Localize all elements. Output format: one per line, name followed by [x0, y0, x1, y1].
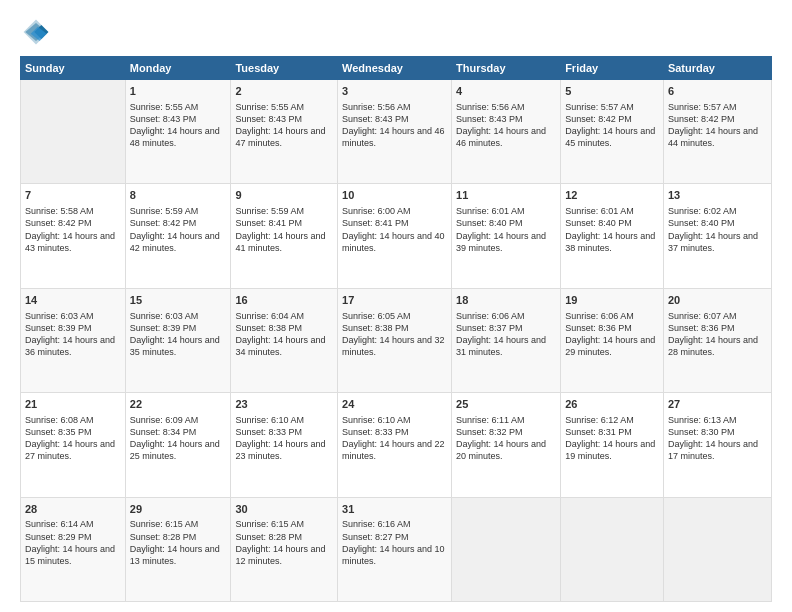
sunrise-label: Sunrise: 6:10 AM — [235, 415, 304, 425]
header-cell-friday: Friday — [561, 57, 664, 80]
daylight-label: Daylight: 14 hours and 46 minutes. — [342, 126, 445, 148]
day-number: 7 — [25, 188, 121, 203]
logo — [20, 16, 56, 48]
sunrise-label: Sunrise: 6:01 AM — [456, 206, 525, 216]
day-number: 22 — [130, 397, 227, 412]
sunset-label: Sunset: 8:41 PM — [235, 218, 302, 228]
sunset-label: Sunset: 8:43 PM — [342, 114, 409, 124]
sunset-label: Sunset: 8:31 PM — [565, 427, 632, 437]
calendar-cell: 5Sunrise: 5:57 AMSunset: 8:42 PMDaylight… — [561, 80, 664, 184]
day-number: 10 — [342, 188, 447, 203]
daylight-label: Daylight: 14 hours and 29 minutes. — [565, 335, 655, 357]
sunrise-label: Sunrise: 6:16 AM — [342, 519, 411, 529]
sunset-label: Sunset: 8:42 PM — [130, 218, 197, 228]
calendar-cell: 11Sunrise: 6:01 AMSunset: 8:40 PMDayligh… — [452, 184, 561, 288]
header-row: SundayMondayTuesdayWednesdayThursdayFrid… — [21, 57, 772, 80]
day-number: 9 — [235, 188, 333, 203]
sunrise-label: Sunrise: 6:09 AM — [130, 415, 199, 425]
day-number: 31 — [342, 502, 447, 517]
calendar-cell: 2Sunrise: 5:55 AMSunset: 8:43 PMDaylight… — [231, 80, 338, 184]
calendar-cell: 12Sunrise: 6:01 AMSunset: 8:40 PMDayligh… — [561, 184, 664, 288]
day-number: 26 — [565, 397, 659, 412]
header-cell-sunday: Sunday — [21, 57, 126, 80]
day-number: 12 — [565, 188, 659, 203]
sunset-label: Sunset: 8:33 PM — [235, 427, 302, 437]
day-number: 21 — [25, 397, 121, 412]
daylight-label: Daylight: 14 hours and 28 minutes. — [668, 335, 758, 357]
calendar-cell: 27Sunrise: 6:13 AMSunset: 8:30 PMDayligh… — [663, 393, 771, 497]
daylight-label: Daylight: 14 hours and 42 minutes. — [130, 231, 220, 253]
daylight-label: Daylight: 14 hours and 35 minutes. — [130, 335, 220, 357]
calendar-cell: 8Sunrise: 5:59 AMSunset: 8:42 PMDaylight… — [125, 184, 231, 288]
daylight-label: Daylight: 14 hours and 41 minutes. — [235, 231, 325, 253]
sunset-label: Sunset: 8:43 PM — [235, 114, 302, 124]
calendar-cell — [561, 497, 664, 601]
header — [20, 16, 772, 48]
calendar-cell: 21Sunrise: 6:08 AMSunset: 8:35 PMDayligh… — [21, 393, 126, 497]
daylight-label: Daylight: 14 hours and 31 minutes. — [456, 335, 546, 357]
sunrise-label: Sunrise: 5:59 AM — [130, 206, 199, 216]
day-number: 27 — [668, 397, 767, 412]
day-number: 28 — [25, 502, 121, 517]
calendar-row: 21Sunrise: 6:08 AMSunset: 8:35 PMDayligh… — [21, 393, 772, 497]
sunset-label: Sunset: 8:35 PM — [25, 427, 92, 437]
daylight-label: Daylight: 14 hours and 17 minutes. — [668, 439, 758, 461]
calendar-cell: 29Sunrise: 6:15 AMSunset: 8:28 PMDayligh… — [125, 497, 231, 601]
daylight-label: Daylight: 14 hours and 32 minutes. — [342, 335, 445, 357]
day-number: 1 — [130, 84, 227, 99]
day-number: 5 — [565, 84, 659, 99]
calendar-cell: 1Sunrise: 5:55 AMSunset: 8:43 PMDaylight… — [125, 80, 231, 184]
sunrise-label: Sunrise: 6:00 AM — [342, 206, 411, 216]
daylight-label: Daylight: 14 hours and 22 minutes. — [342, 439, 445, 461]
day-number: 13 — [668, 188, 767, 203]
sunrise-label: Sunrise: 6:10 AM — [342, 415, 411, 425]
day-number: 25 — [456, 397, 556, 412]
calendar-cell: 14Sunrise: 6:03 AMSunset: 8:39 PMDayligh… — [21, 288, 126, 392]
day-number: 16 — [235, 293, 333, 308]
day-number: 8 — [130, 188, 227, 203]
sunrise-label: Sunrise: 5:57 AM — [668, 102, 737, 112]
sunrise-label: Sunrise: 6:13 AM — [668, 415, 737, 425]
calendar-cell — [21, 80, 126, 184]
calendar-cell: 24Sunrise: 6:10 AMSunset: 8:33 PMDayligh… — [338, 393, 452, 497]
day-number: 11 — [456, 188, 556, 203]
calendar-row: 7Sunrise: 5:58 AMSunset: 8:42 PMDaylight… — [21, 184, 772, 288]
sunset-label: Sunset: 8:40 PM — [565, 218, 632, 228]
header-cell-wednesday: Wednesday — [338, 57, 452, 80]
sunset-label: Sunset: 8:28 PM — [130, 532, 197, 542]
header-cell-saturday: Saturday — [663, 57, 771, 80]
sunset-label: Sunset: 8:36 PM — [668, 323, 735, 333]
sunset-label: Sunset: 8:33 PM — [342, 427, 409, 437]
sunset-label: Sunset: 8:38 PM — [235, 323, 302, 333]
sunrise-label: Sunrise: 5:55 AM — [235, 102, 304, 112]
sunset-label: Sunset: 8:39 PM — [130, 323, 197, 333]
sunrise-label: Sunrise: 5:56 AM — [456, 102, 525, 112]
daylight-label: Daylight: 14 hours and 10 minutes. — [342, 544, 445, 566]
daylight-label: Daylight: 14 hours and 48 minutes. — [130, 126, 220, 148]
calendar-body: 1Sunrise: 5:55 AMSunset: 8:43 PMDaylight… — [21, 80, 772, 602]
day-number: 6 — [668, 84, 767, 99]
sunrise-label: Sunrise: 6:04 AM — [235, 311, 304, 321]
daylight-label: Daylight: 14 hours and 25 minutes. — [130, 439, 220, 461]
calendar-cell: 19Sunrise: 6:06 AMSunset: 8:36 PMDayligh… — [561, 288, 664, 392]
sunset-label: Sunset: 8:43 PM — [456, 114, 523, 124]
page: SundayMondayTuesdayWednesdayThursdayFrid… — [0, 0, 792, 612]
calendar-cell: 23Sunrise: 6:10 AMSunset: 8:33 PMDayligh… — [231, 393, 338, 497]
sunset-label: Sunset: 8:43 PM — [130, 114, 197, 124]
daylight-label: Daylight: 14 hours and 19 minutes. — [565, 439, 655, 461]
calendar-header: SundayMondayTuesdayWednesdayThursdayFrid… — [21, 57, 772, 80]
daylight-label: Daylight: 14 hours and 44 minutes. — [668, 126, 758, 148]
sunset-label: Sunset: 8:27 PM — [342, 532, 409, 542]
sunset-label: Sunset: 8:29 PM — [25, 532, 92, 542]
calendar-cell: 20Sunrise: 6:07 AMSunset: 8:36 PMDayligh… — [663, 288, 771, 392]
calendar-cell: 10Sunrise: 6:00 AMSunset: 8:41 PMDayligh… — [338, 184, 452, 288]
day-number: 23 — [235, 397, 333, 412]
daylight-label: Daylight: 14 hours and 12 minutes. — [235, 544, 325, 566]
sunrise-label: Sunrise: 6:14 AM — [25, 519, 94, 529]
daylight-label: Daylight: 14 hours and 47 minutes. — [235, 126, 325, 148]
calendar-cell: 18Sunrise: 6:06 AMSunset: 8:37 PMDayligh… — [452, 288, 561, 392]
calendar-cell: 16Sunrise: 6:04 AMSunset: 8:38 PMDayligh… — [231, 288, 338, 392]
sunset-label: Sunset: 8:40 PM — [668, 218, 735, 228]
calendar-row: 1Sunrise: 5:55 AMSunset: 8:43 PMDaylight… — [21, 80, 772, 184]
calendar-cell: 4Sunrise: 5:56 AMSunset: 8:43 PMDaylight… — [452, 80, 561, 184]
